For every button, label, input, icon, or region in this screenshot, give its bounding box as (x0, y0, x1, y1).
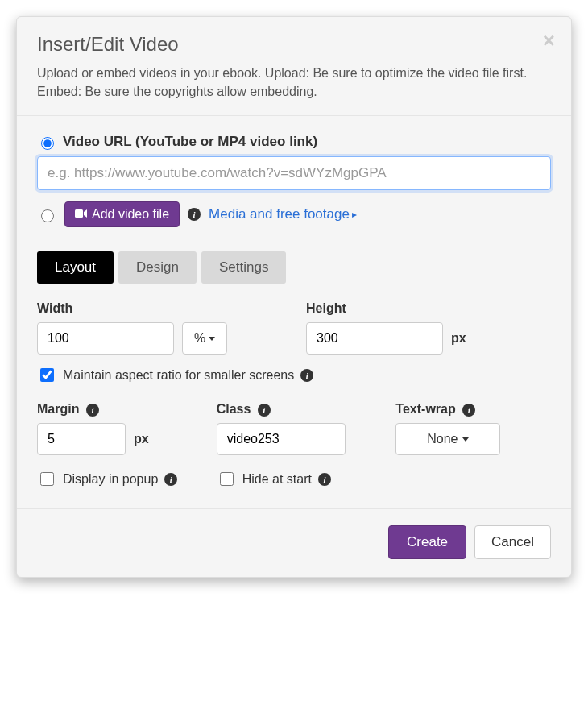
create-button[interactable]: Create (388, 525, 466, 559)
media-footage-link[interactable]: Media and free footage ▸ (209, 206, 357, 222)
aspect-ratio-row: Maintain aspect ratio for smaller screen… (37, 366, 551, 384)
caret-down-icon (209, 337, 215, 341)
svg-rect-0 (75, 209, 83, 218)
tab-layout[interactable]: Layout (37, 251, 114, 284)
video-url-input[interactable] (37, 156, 551, 190)
height-input[interactable] (306, 322, 443, 354)
cancel-button[interactable]: Cancel (474, 525, 551, 559)
margin-input[interactable] (37, 423, 126, 455)
dialog-header: Insert/Edit Video Upload or embed videos… (17, 17, 571, 116)
dialog-subtitle: Upload or embed videos in your ebook. Up… (37, 64, 551, 101)
popup-row: Display in popup i (37, 470, 193, 488)
margin-unit: px (134, 432, 149, 446)
video-url-label: Video URL (YouTube or MP4 video link) (63, 134, 317, 150)
hide-row: Hide at start i (217, 470, 372, 488)
height-field: Height px (306, 301, 551, 354)
hide-start-label: Hide at start (242, 472, 312, 487)
class-label: Class i (217, 402, 372, 417)
class-input[interactable] (217, 423, 346, 455)
aspect-ratio-checkbox[interactable] (40, 368, 54, 382)
info-icon[interactable]: i (164, 473, 177, 486)
dialog-title: Insert/Edit Video (37, 33, 551, 56)
video-file-option: Add video file i Media and free footage … (37, 201, 551, 227)
info-icon[interactable]: i (86, 404, 99, 417)
width-unit-select[interactable]: % (182, 322, 227, 354)
add-video-file-button[interactable]: Add video file (64, 201, 180, 227)
dialog-footer: Create Cancel (17, 508, 571, 577)
width-input[interactable] (37, 322, 174, 354)
margin-field: Margin i px (37, 402, 193, 455)
config-tabs: Layout Design Settings (37, 251, 551, 284)
height-unit: px (451, 331, 466, 346)
video-url-option: Video URL (YouTube or MP4 video link) (37, 134, 551, 150)
video-file-radio[interactable] (41, 209, 54, 222)
width-field: Width % (37, 301, 282, 354)
chevron-right-icon: ▸ (352, 209, 357, 220)
insert-video-dialog: Insert/Edit Video Upload or embed videos… (16, 16, 572, 578)
textwrap-field: Text-wrap i None (395, 402, 551, 455)
tab-design[interactable]: Design (118, 251, 197, 284)
video-url-radio[interactable] (41, 137, 54, 150)
textwrap-select[interactable]: None (395, 423, 500, 455)
info-icon[interactable]: i (318, 473, 331, 486)
info-icon[interactable]: i (258, 404, 271, 417)
display-popup-label: Display in popup (63, 472, 158, 487)
caret-down-icon (462, 437, 469, 442)
dialog-body: Video URL (YouTube or MP4 video link) Ad… (17, 116, 571, 508)
info-icon[interactable]: i (462, 404, 475, 417)
close-icon[interactable]: × (543, 30, 555, 51)
tab-settings[interactable]: Settings (201, 251, 286, 284)
height-label: Height (306, 301, 551, 316)
hide-start-checkbox[interactable] (220, 472, 234, 486)
add-video-file-label: Add video file (92, 207, 169, 222)
textwrap-label: Text-wrap i (395, 402, 551, 417)
info-icon[interactable]: i (300, 369, 313, 382)
class-field: Class i (217, 402, 372, 455)
aspect-ratio-label: Maintain aspect ratio for smaller screen… (63, 368, 294, 383)
display-popup-checkbox[interactable] (40, 472, 54, 486)
video-camera-icon (75, 207, 88, 222)
info-icon[interactable]: i (188, 208, 201, 221)
margin-label: Margin i (37, 402, 193, 417)
width-label: Width (37, 301, 282, 316)
